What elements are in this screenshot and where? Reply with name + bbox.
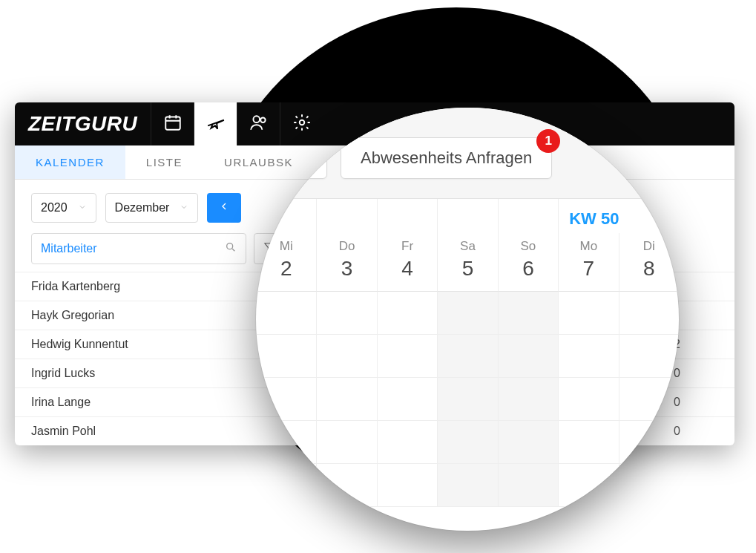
month-value: Dezember <box>115 201 170 215</box>
search-icon <box>225 241 237 256</box>
tab-liste[interactable]: LISTE <box>125 145 203 179</box>
calendar-icon <box>163 113 183 135</box>
day-number: 6 <box>498 255 558 292</box>
calendar-cell[interactable] <box>316 421 376 464</box>
calendar-cell[interactable] <box>619 464 679 507</box>
nav-absence[interactable] <box>194 102 237 145</box>
employee-value: 0 <box>674 396 718 409</box>
svg-rect-0 <box>165 117 180 129</box>
notification-badge: 1 <box>536 129 560 153</box>
calendar-cell[interactable] <box>558 421 618 464</box>
calendar-cell[interactable] <box>377 421 437 464</box>
employee-value: 0 <box>674 367 718 380</box>
calendar-cell[interactable] <box>558 335 618 378</box>
search-input[interactable] <box>41 242 225 255</box>
calendar-cell[interactable] <box>437 335 497 378</box>
calendar-cell[interactable] <box>256 335 316 378</box>
calendar-cell[interactable] <box>377 292 437 335</box>
tab-urlaubskonto[interactable]: URLAUBSK <box>203 145 314 179</box>
airplane-icon <box>206 113 226 135</box>
svg-point-4 <box>253 116 260 122</box>
day-nums-row: 2 3 4 5 6 7 8 <box>256 255 679 292</box>
nav-calendar[interactable] <box>151 102 194 145</box>
calendar-cell[interactable] <box>498 421 558 464</box>
calendar-cell[interactable] <box>256 464 316 507</box>
day-names-row: Mi Do Fr Sa So Mo Di <box>256 233 679 255</box>
calendar-cell[interactable] <box>377 335 437 378</box>
employee-name: Hedwig Kunnentut <box>31 338 128 351</box>
employee-name: Frida Kartenberg <box>31 280 120 293</box>
calendar-cell[interactable] <box>316 335 376 378</box>
svg-point-7 <box>227 243 233 249</box>
week-header: KW 50 <box>256 199 679 233</box>
calendar-cell[interactable] <box>498 464 558 507</box>
day-name: Mo <box>558 233 618 255</box>
calendar-cell[interactable] <box>256 292 316 335</box>
calendar-cell[interactable] <box>316 464 376 507</box>
day-number: 2 <box>256 255 316 292</box>
calendar-cell[interactable] <box>498 378 558 421</box>
calendar-cell[interactable] <box>377 464 437 507</box>
employee-name: Irina Lange <box>31 396 91 409</box>
prev-button[interactable] <box>207 193 241 223</box>
people-icon <box>249 113 269 135</box>
calendar-cell[interactable] <box>437 292 497 335</box>
calendar-cell[interactable] <box>558 464 618 507</box>
day-number: 3 <box>316 255 376 292</box>
calendar-cell[interactable] <box>437 421 497 464</box>
calendar-cell[interactable] <box>437 464 497 507</box>
calendar-cell[interactable] <box>619 335 679 378</box>
requests-label: Abwesenheits Anfragen <box>361 148 532 168</box>
year-select[interactable]: 2020 <box>31 193 96 223</box>
day-number: 5 <box>437 255 497 292</box>
tab-kalender[interactable]: KALENDER <box>15 145 125 179</box>
employee-name: Jasmin Pohl <box>31 425 96 438</box>
calendar-cell[interactable] <box>437 378 497 421</box>
year-value: 2020 <box>41 201 68 215</box>
employee-name: Hayk Gregorian <box>31 309 114 322</box>
calendar-cell[interactable] <box>558 292 618 335</box>
day-number: 8 <box>619 255 679 292</box>
employee-value: 2 <box>674 338 718 351</box>
calendar-grid <box>256 292 679 507</box>
svg-point-6 <box>299 120 304 125</box>
employee-search[interactable] <box>31 233 246 264</box>
svg-point-5 <box>260 118 266 123</box>
month-select[interactable]: Dezember <box>105 193 199 223</box>
calendar-cell[interactable] <box>619 292 679 335</box>
calendar-cell[interactable] <box>558 378 618 421</box>
nav-settings[interactable] <box>280 102 323 145</box>
absence-requests-button[interactable]: Abwesenheits Anfragen 1 <box>341 137 552 179</box>
day-name: So <box>498 233 558 255</box>
chevron-down-icon <box>78 201 87 215</box>
employee-value: 0 <box>674 425 718 438</box>
calendar-cell[interactable] <box>316 378 376 421</box>
day-name: Sa <box>437 233 497 255</box>
day-number: 7 <box>558 255 618 292</box>
calendar-cell[interactable] <box>498 292 558 335</box>
employee-name: Ingrid Lucks <box>31 367 95 380</box>
chevron-down-icon <box>180 201 188 215</box>
day-name: Do <box>316 233 376 255</box>
calendar-cell[interactable] <box>498 335 558 378</box>
calendar-cell[interactable] <box>377 378 437 421</box>
day-name: Fr <box>377 233 437 255</box>
chevron-left-icon <box>218 200 230 215</box>
calendar-cell[interactable] <box>316 292 376 335</box>
brand-logo: ZEITGURU <box>15 102 151 145</box>
day-number: 4 <box>377 255 437 292</box>
gear-icon <box>292 113 312 135</box>
magnifier-overlay: Abwesenheits Anfragen 1 KW 50 Mi Do Fr S… <box>256 108 679 531</box>
svg-line-8 <box>232 249 234 251</box>
nav-people[interactable] <box>237 102 280 145</box>
